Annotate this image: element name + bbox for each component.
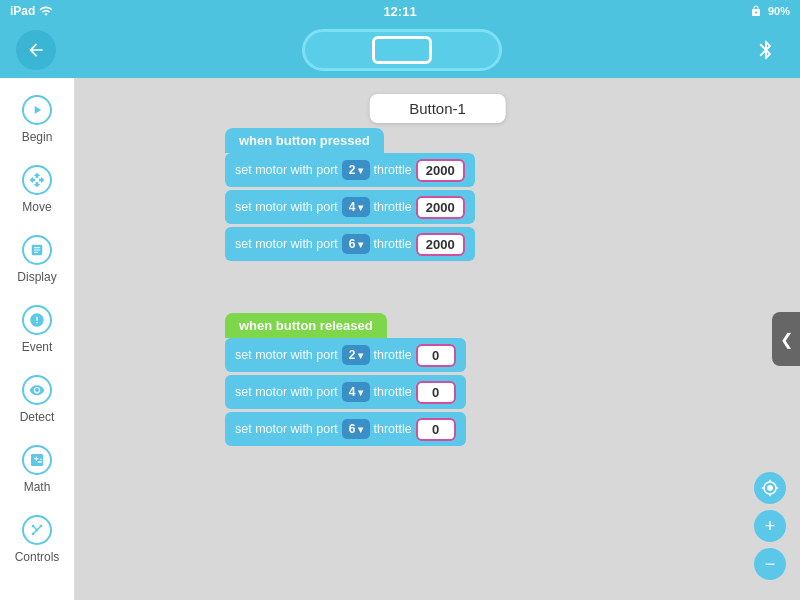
nav-bar <box>0 22 800 78</box>
controls-icon <box>21 514 53 546</box>
block-row-1-2-throttle: throttle <box>374 200 412 214</box>
sidebar-item-math[interactable]: Math <box>5 436 70 502</box>
status-bar: iPad 12:11 90% <box>0 0 800 22</box>
value-input-1-3[interactable]: 2000 <box>416 233 465 256</box>
display-icon <box>21 234 53 266</box>
port-badge-1-2[interactable]: 4 <box>342 197 370 217</box>
nav-center-widget <box>302 29 502 71</box>
block-row-2-2-throttle: throttle <box>374 385 412 399</box>
sidebar-item-math-label: Math <box>24 480 51 494</box>
event-icon <box>21 304 53 336</box>
sidebar-item-move[interactable]: Move <box>5 156 70 222</box>
block-row-1-2-text: set motor with port <box>235 200 338 214</box>
block-row-1-3-throttle: throttle <box>374 237 412 251</box>
canvas-tab-label: Button-1 <box>369 94 506 123</box>
block-row-2-3-throttle: throttle <box>374 422 412 436</box>
nav-center-bar <box>372 36 432 64</box>
block-row-2-3-text: set motor with port <box>235 422 338 436</box>
detect-icon <box>21 374 53 406</box>
zoom-controls: + − <box>754 472 786 580</box>
block-row-2-1: set motor with port 2 throttle 0 <box>225 338 466 372</box>
rotation-lock-icon <box>750 5 762 17</box>
zoom-in-button[interactable]: + <box>754 510 786 542</box>
block-row-2-1-throttle: throttle <box>374 348 412 362</box>
sidebar-item-display[interactable]: Display <box>5 226 70 292</box>
block-row-2-2-text: set motor with port <box>235 385 338 399</box>
svg-line-4 <box>33 526 37 530</box>
target-icon <box>761 479 779 497</box>
sidebar-item-begin-label: Begin <box>22 130 53 144</box>
zoom-out-button[interactable]: − <box>754 548 786 580</box>
sidebar-item-event[interactable]: Event <box>5 296 70 362</box>
collapse-icon: ❮ <box>780 330 793 349</box>
battery-label: 90% <box>768 5 790 17</box>
sidebar-item-detect-label: Detect <box>20 410 55 424</box>
status-bar-time: 12:11 <box>383 4 416 19</box>
zoom-center-button[interactable] <box>754 472 786 504</box>
math-icon <box>21 444 53 476</box>
port-badge-2-1[interactable]: 2 <box>342 345 370 365</box>
value-input-1-2[interactable]: 2000 <box>416 196 465 219</box>
svg-line-7 <box>37 526 41 530</box>
sidebar-item-detect[interactable]: Detect <box>5 366 70 432</box>
sidebar-item-controls[interactable]: Controls <box>5 506 70 572</box>
port-badge-2-3[interactable]: 6 <box>342 419 370 439</box>
block-group-2-header: when button released <box>225 313 387 338</box>
port-badge-1-3[interactable]: 6 <box>342 234 370 254</box>
move-icon <box>21 164 53 196</box>
bluetooth-button[interactable] <box>748 32 784 68</box>
sidebar-item-controls-label: Controls <box>15 550 60 564</box>
sidebar-item-display-label: Display <box>17 270 56 284</box>
value-input-2-2[interactable]: 0 <box>416 381 456 404</box>
main-layout: Begin Move Display E <box>0 78 800 600</box>
back-arrow-icon <box>26 40 46 60</box>
status-bar-left: iPad <box>10 4 53 18</box>
value-input-1-1[interactable]: 2000 <box>416 159 465 182</box>
port-badge-2-2[interactable]: 4 <box>342 382 370 402</box>
sidebar-item-move-label: Move <box>22 200 51 214</box>
begin-icon <box>21 94 53 126</box>
sidebar: Begin Move Display E <box>0 78 75 600</box>
block-row-1-1-throttle: throttle <box>374 163 412 177</box>
block-row-1-1: set motor with port 2 throttle 2000 <box>225 153 475 187</box>
block-row-2-1-text: set motor with port <box>235 348 338 362</box>
status-bar-right: 90% <box>750 5 790 17</box>
block-row-1-2: set motor with port 4 throttle 2000 <box>225 190 475 224</box>
svg-point-0 <box>35 388 39 392</box>
block-row-1-1-text: set motor with port <box>235 163 338 177</box>
value-input-2-3[interactable]: 0 <box>416 418 456 441</box>
block-row-1-3-text: set motor with port <box>235 237 338 251</box>
block-row-1-3: set motor with port 6 throttle 2000 <box>225 227 475 261</box>
block-group-1: when button pressed set motor with port … <box>225 128 475 264</box>
sidebar-item-begin[interactable]: Begin <box>5 86 70 152</box>
value-input-2-1[interactable]: 0 <box>416 344 456 367</box>
back-button[interactable] <box>16 30 56 70</box>
svg-line-5 <box>33 530 37 534</box>
block-group-1-header: when button pressed <box>225 128 384 153</box>
block-row-2-2: set motor with port 4 throttle 0 <box>225 375 466 409</box>
sidebar-item-event-label: Event <box>22 340 53 354</box>
port-badge-1-1[interactable]: 2 <box>342 160 370 180</box>
wifi-icon <box>39 4 53 18</box>
block-row-2-3: set motor with port 6 throttle 0 <box>225 412 466 446</box>
right-collapse-tab[interactable]: ❮ <box>772 312 800 366</box>
bluetooth-icon <box>755 39 777 61</box>
block-group-2: when button released set motor with port… <box>225 313 466 449</box>
canvas-area: Button-1 when button pressed set motor w… <box>75 78 800 600</box>
carrier-label: iPad <box>10 4 35 18</box>
